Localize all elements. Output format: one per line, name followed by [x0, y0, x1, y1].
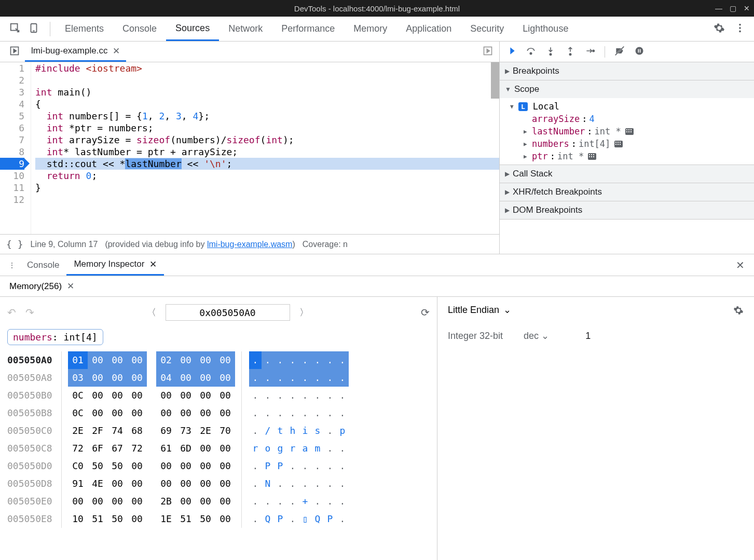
window-titlebar: DevTools - localhost:4000/lmi-bug-exampl…	[0, 0, 754, 17]
scope-section[interactable]: ▼Scope	[500, 80, 754, 98]
chevron-down-icon[interactable]: ⌄	[503, 304, 511, 316]
main-tabs: Elements Console Sources Network Perform…	[0, 17, 754, 42]
maximize-icon[interactable]: ▢	[730, 4, 736, 12]
svg-point-10	[569, 53, 571, 55]
interp-type: Integer 32-bit	[448, 331, 503, 342]
callstack-section[interactable]: ▶Call Stack	[500, 165, 754, 183]
address-input[interactable]	[166, 304, 290, 321]
braces-icon[interactable]: { }	[6, 239, 23, 250]
svg-point-9	[550, 53, 551, 55]
svg-point-8	[530, 52, 531, 54]
redo-icon[interactable]: ↷	[25, 306, 34, 319]
scope-var[interactable]: ▶ptr: int *	[500, 150, 754, 162]
code-editor[interactable]: 123456789101112 #include <iostream>int m…	[0, 62, 499, 234]
drawer-close-icon[interactable]: ✕	[736, 259, 750, 271]
format-select[interactable]: dec ⌄	[524, 330, 549, 342]
pause-exceptions-icon[interactable]	[634, 46, 645, 58]
settings-icon[interactable]	[733, 305, 744, 318]
tab-application[interactable]: Application	[396, 17, 461, 41]
scrollbar[interactable]	[491, 62, 499, 99]
next-icon[interactable]: 〉	[299, 306, 309, 319]
interp-value: 1	[585, 331, 591, 342]
scope-var[interactable]: arraySize: 4	[500, 113, 754, 125]
play-icon[interactable]	[4, 46, 25, 58]
step-out-icon[interactable]	[565, 46, 575, 58]
window-title: DevTools - localhost:4000/lmi-bug-exampl…	[294, 4, 460, 13]
tab-elements[interactable]: Elements	[56, 17, 113, 41]
deactivate-breakpoints-icon[interactable]	[614, 46, 625, 58]
undo-icon[interactable]: ↶	[7, 306, 16, 319]
endian-select[interactable]: Little Endian	[448, 305, 499, 316]
memory-tag[interactable]: numbers: int[4]	[7, 329, 103, 345]
debug-link[interactable]: lmi-bug-example.wasm	[207, 240, 293, 249]
scope-var[interactable]: ▶lastNumber: int *	[500, 125, 754, 138]
xhr-section[interactable]: ▶XHR/fetch Breakpoints	[500, 183, 754, 201]
close-icon[interactable]: ✕	[149, 259, 157, 270]
step-into-icon[interactable]	[545, 46, 556, 58]
dom-section[interactable]: ▶DOM Breakpoints	[500, 201, 754, 219]
file-name: lmi-bug-example.cc	[31, 46, 107, 56]
refresh-icon[interactable]: ⟳	[421, 306, 430, 319]
svg-point-11	[593, 50, 594, 51]
step-icon[interactable]	[585, 46, 595, 58]
hex-viewer[interactable]: 005050A00100000002000000........005050A8…	[7, 351, 430, 528]
debug-controls	[500, 42, 754, 62]
coverage-label: Coverage: n	[303, 240, 348, 249]
status-bar: { } Line 9, Column 17 (provided via debu…	[0, 234, 499, 254]
scope-var[interactable]: ▶numbers: int[4]	[500, 138, 754, 150]
svg-rect-16	[640, 49, 641, 53]
close-icon[interactable]: ✕	[744, 4, 750, 12]
tab-sources[interactable]: Sources	[166, 17, 219, 41]
tab-memory[interactable]: Memory	[344, 17, 396, 41]
device-icon[interactable]	[28, 22, 39, 35]
close-icon[interactable]: ✕	[67, 281, 74, 292]
drawer-tab-memory-inspector[interactable]: Memory Inspector ✕	[66, 254, 164, 276]
inspect-icon[interactable]	[9, 22, 21, 35]
file-tab[interactable]: lmi-bug-example.cc ✕	[25, 42, 126, 62]
tab-security[interactable]: Security	[461, 17, 513, 41]
close-file-icon[interactable]: ✕	[113, 46, 120, 57]
scope-local[interactable]: ▼LLocal	[500, 100, 754, 113]
settings-icon[interactable]	[714, 22, 725, 35]
tab-network[interactable]: Network	[219, 17, 272, 41]
memory-icon[interactable]	[588, 153, 596, 160]
more-icon[interactable]	[734, 22, 746, 35]
tab-console[interactable]: Console	[113, 17, 166, 41]
tab-performance[interactable]: Performance	[272, 17, 344, 41]
svg-point-3	[739, 24, 741, 26]
memory-tab[interactable]: Memory(256) ✕	[4, 276, 79, 296]
minimize-icon[interactable]: —	[715, 4, 722, 12]
tab-lighthouse[interactable]: Lighthouse	[513, 17, 578, 41]
play-icon-right[interactable]	[483, 46, 499, 58]
memory-icon[interactable]	[614, 141, 623, 147]
drawer-more-icon[interactable]: ⋮	[4, 261, 20, 269]
breakpoints-section[interactable]: ▶Breakpoints	[500, 62, 754, 80]
svg-rect-15	[638, 49, 639, 53]
svg-point-5	[739, 31, 741, 33]
step-over-icon[interactable]	[526, 46, 536, 58]
svg-point-14	[636, 47, 643, 55]
prev-icon[interactable]: 〈	[147, 306, 156, 319]
svg-point-4	[739, 27, 741, 29]
drawer-tab-console[interactable]: Console	[20, 254, 66, 276]
memory-icon[interactable]	[625, 128, 634, 135]
cursor-position: Line 9, Column 17	[31, 240, 98, 249]
resume-icon[interactable]	[506, 46, 516, 58]
